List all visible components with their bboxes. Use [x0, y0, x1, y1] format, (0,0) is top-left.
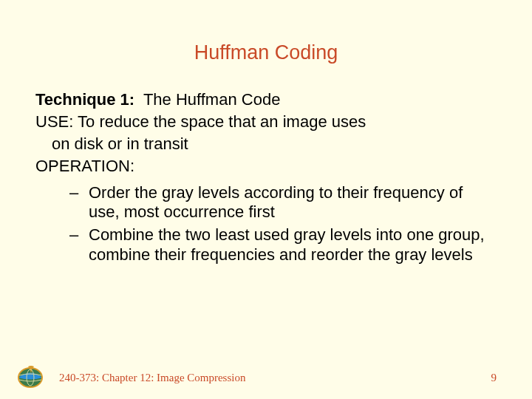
operation-list: – Order the gray levels according to the…	[35, 183, 497, 265]
use-line-2: on disk or in transit	[35, 134, 497, 154]
dash-icon: –	[69, 183, 78, 203]
technique-label: Technique 1:	[35, 90, 134, 109]
slide: Huffman Coding Technique 1: The Huffman …	[0, 0, 532, 399]
list-item: – Combine the two least used gray levels…	[89, 225, 497, 265]
list-text: Combine the two least used gray levels i…	[89, 225, 485, 264]
body-content: Technique 1: The Huffman Code USE: To re…	[35, 89, 497, 265]
footer: 240-373: Chapter 12: Image Compression 9	[0, 372, 532, 384]
footer-text: 240-373: Chapter 12: Image Compression	[59, 372, 245, 384]
dash-icon: –	[69, 225, 78, 245]
technique-line: Technique 1: The Huffman Code	[35, 89, 497, 110]
list-item: – Order the gray levels according to the…	[89, 183, 497, 223]
operation-label: OPERATION:	[35, 156, 497, 177]
slide-title: Huffman Coding	[35, 41, 497, 64]
use-line-1: USE: To reduce the space that an image u…	[35, 112, 497, 132]
page-number: 9	[491, 372, 497, 384]
technique-name: The Huffman Code	[143, 90, 280, 109]
list-text: Order the gray levels according to their…	[89, 183, 463, 222]
